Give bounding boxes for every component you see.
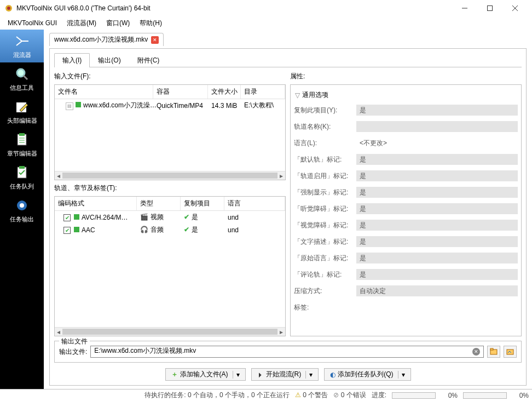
start-mux-button[interactable]: ⏵开始混流(R)▾ [251,368,319,381]
property-value[interactable]: 是 [356,187,518,198]
file-icon: ▤ [66,102,73,110]
status-jobs: 待执行的任务: 0 个自动，0 个手动，0 个正在运行 [144,391,290,400]
status-warnings: 0 个警告 [303,391,328,399]
sidebar-item-job-output[interactable]: 任务输出 [0,194,44,227]
general-options-header[interactable]: ▽ 通用选项 [294,88,518,102]
clipboard-icon [14,132,30,147]
sidebar: 混流器 信息工具 头部编辑器 章节编辑器 任务队列 任务输出 [0,30,44,389]
chevron-down-icon[interactable]: ▾ [305,371,313,379]
close-button[interactable] [502,0,528,16]
track-row[interactable]: ✔AAC 🎧音频 ✔是 und [55,224,285,236]
checkbox[interactable]: ✔ [63,227,71,234]
maximize-button[interactable] [477,0,502,16]
property-label: 语言(L): [294,139,353,148]
tab-input[interactable]: 输入(I) [54,53,90,67]
checkbox[interactable]: ✔ [63,214,71,221]
status-errors: 0 个错误 [341,391,366,399]
menubar: MKVToolNix GUI 混流器(M) 窗口(W) 帮助(H) [0,16,532,30]
col-filename[interactable]: 文件名 [55,85,153,99]
output-group-legend: 输出文件 [59,337,90,346]
property-label: 「原始语言」标记: [294,254,353,263]
property-row: 轨道名称(K): [294,118,518,135]
queue-icon: ◐ [330,371,336,379]
add-input-files-button[interactable]: ＋添加输入文件(A)▾ [165,368,246,381]
property-value[interactable] [356,302,518,313]
file-row[interactable]: ▤www.x6d.com小刀洗澡… QuickTime/MP4 14.3 MiB… [55,99,285,112]
col-size[interactable]: 文件大小 [208,85,241,99]
property-value[interactable] [356,121,518,132]
recent-output-button[interactable] [504,346,517,358]
gear-output-icon [14,198,30,213]
col-container[interactable]: 容器 [153,85,208,99]
chevron-down-icon[interactable]: ▾ [233,371,240,379]
property-value[interactable]: 是 [356,269,518,280]
sidebar-item-job-queue[interactable]: 任务队列 [0,161,44,194]
progress-bar-1 [392,392,436,399]
titlebar: MKVToolNix GUI v68.0.0 ('The Curtain') 6… [0,0,532,16]
sidebar-item-chapter-editor[interactable]: 章节编辑器 [0,128,44,161]
minimize-button[interactable] [452,0,477,16]
property-row: 语言(L):<不更改> [294,135,518,151]
error-icon: ⊘ [333,391,339,399]
property-value[interactable]: <不更改> [356,138,518,148]
menu-muxer[interactable]: 混流器(M) [62,18,101,29]
document-tab[interactable]: www.x6d.com小刀洗澡视频.mkv ✕ [49,33,164,46]
tab-attachments[interactable]: 附件(C) [129,53,168,67]
status-indicator-icon [74,214,79,220]
col-dir[interactable]: 目录 [241,85,285,99]
chevron-down-icon[interactable]: ▾ [398,371,405,379]
property-label: 「默认轨」标记: [294,155,353,164]
property-label: 「文字描述」标记: [294,237,353,247]
property-value[interactable]: 自动决定 [356,285,518,296]
check-icon: ✔ [184,213,189,221]
sidebar-item-info[interactable]: 信息工具 [0,62,44,95]
menu-window[interactable]: 窗口(W) [102,18,134,29]
property-value[interactable]: 是 [356,154,518,165]
property-value[interactable]: 是 [356,170,518,181]
status-indicator-icon [76,102,81,107]
property-label: 「听觉障碍」标记: [294,204,353,214]
browse-output-button[interactable] [487,346,500,358]
svg-rect-10 [19,133,25,136]
tracks-label: 轨道、章节及标签(T): [54,182,286,194]
col-codec[interactable]: 编码格式 [55,197,137,210]
check-icon: ✔ [184,226,189,233]
progress-bar-2 [463,392,507,399]
hscrollbar[interactable]: ◂▸ [55,327,285,336]
col-type[interactable]: 类型 [137,197,181,210]
properties-panel: ▽ 通用选项 复制此项目(Y):是轨道名称(K):语言(L):<不更改>「默认轨… [290,84,522,336]
property-row: 「评论轨」标记:是 [294,266,518,283]
property-row: 「视觉障碍」标记:是 [294,217,518,233]
col-copy[interactable]: 复制项目 [181,197,224,210]
svg-rect-19 [490,348,493,350]
status-indicator-icon [74,227,79,232]
magnifier-icon [14,66,30,82]
track-row[interactable]: ✔AVC/H.264/M… 🎬视频 ✔是 und [55,211,285,224]
property-row: 「轨道启用」标记:是 [294,168,518,184]
property-value[interactable]: 是 [356,203,518,214]
tab-output[interactable]: 输出(O) [90,53,129,67]
property-label: 标签: [294,303,353,312]
property-row: 「默认轨」标记:是 [294,151,518,168]
property-value[interactable]: 是 [356,253,518,263]
clear-output-button[interactable]: ✕ [472,348,480,356]
tracks-list[interactable]: 编码格式 类型 复制项目 语言 ✔AVC/H.264/M… 🎬视频 ✔是 und [54,196,286,336]
svg-rect-3 [488,6,493,11]
sidebar-item-header-editor[interactable]: 头部编辑器 [0,95,44,128]
menu-app[interactable]: MKVToolNix GUI [3,18,61,28]
add-to-queue-button[interactable]: ◐添加到任务队列(Q)▾ [324,368,410,381]
property-value[interactable]: 是 [356,105,518,116]
property-row: 标签: [294,299,518,316]
col-lang[interactable]: 语言 [224,197,285,210]
menu-help[interactable]: 帮助(H) [135,18,166,29]
svg-point-17 [20,203,24,208]
property-label: 「轨道启用」标记: [294,171,353,181]
hscrollbar[interactable]: ◂▸ [55,171,285,180]
property-value[interactable]: 是 [356,220,518,231]
progress-pct-2: 0% [512,392,529,399]
property-value[interactable]: 是 [356,236,518,247]
output-file-input[interactable]: E:\www.x6d.com小刀洗澡视频.mkv ✕ [90,346,484,358]
close-document-button[interactable]: ✕ [151,36,159,44]
input-files-list[interactable]: 文件名 容器 文件大小 目录 ▤www.x6d.com小刀洗澡… QuickTi… [54,84,286,180]
sidebar-item-muxer[interactable]: 混流器 [0,30,44,62]
